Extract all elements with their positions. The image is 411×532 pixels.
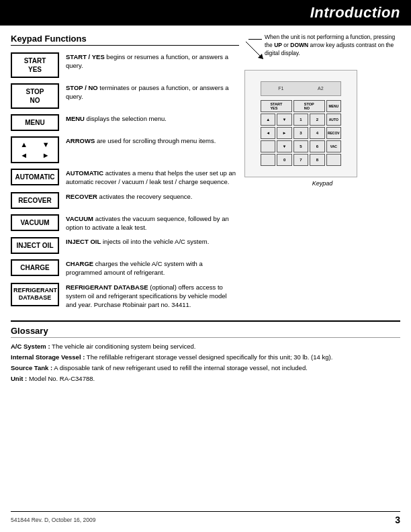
- footer-revision-text: 541844 Rev. D, October 16, 2009: [11, 517, 95, 523]
- list-item: CHARGE CHARGE charges the vehicle A/C sy…: [11, 259, 239, 277]
- automatic-desc: AUTOMATIC activates a menu that helps th…: [66, 169, 239, 187]
- kp-vac-key: VAC: [326, 140, 341, 152]
- charge-desc: CHARGE charges the vehicle A/C system wi…: [66, 259, 239, 277]
- list-item: START YES START / YES begins or resumes …: [11, 52, 239, 78]
- keypad-functions-section: Keypad Functions START YES START / YES b…: [11, 34, 239, 315]
- recover-desc: RECOVER activates the recovery sequence.: [66, 192, 239, 201]
- inject-oil-button[interactable]: INJECT OIL: [11, 237, 59, 254]
- menu-desc: MENU displays the selection menu.: [66, 114, 239, 123]
- glossary-item: Internal Storage Vessel : The refillable…: [11, 353, 400, 362]
- keypad-inner: F1 A2 STARTYES STOPNO MENU ▲ ▼ 1 2 AUTO …: [245, 71, 357, 177]
- list-item: MENU MENU displays the selection menu.: [11, 114, 239, 131]
- kp-right-key: ►: [277, 127, 291, 139]
- page-number: 3: [395, 515, 400, 525]
- list-item: RECOVER RECOVER activates the recovery s…: [11, 192, 239, 209]
- stop-no-button[interactable]: STOP NO: [11, 83, 59, 109]
- start-yes-button[interactable]: START YES: [11, 52, 59, 78]
- kp-7-key: 7: [293, 154, 308, 166]
- kp-3-key: 3: [293, 127, 308, 139]
- recover-button[interactable]: RECOVER: [11, 192, 59, 209]
- kp-1-key: 1: [293, 114, 308, 126]
- arrows-button[interactable]: ▲ ▼ ◄ ►: [11, 136, 59, 163]
- kp-stop-key: STOPNO: [293, 100, 325, 112]
- list-item: STOP NO STOP / NO terminates or pauses a…: [11, 83, 239, 109]
- refrigerant-database-desc: REFRIGERANT DATABASE (optional) offers a…: [66, 283, 239, 310]
- glossary-item: Source Tank : A disposable tank of new r…: [11, 363, 400, 373]
- kp-auto-key: AUTO: [326, 114, 341, 126]
- vacuum-button[interactable]: VACUUM: [11, 214, 59, 231]
- main-content: Keypad Functions START YES START / YES b…: [0, 26, 411, 315]
- kp-up-key: ▲: [261, 114, 275, 126]
- kp-8-key: 8: [310, 154, 324, 166]
- glossary-item: A/C System : The vehicle air conditionin…: [11, 342, 400, 351]
- kp-downalt-key: ▼: [277, 140, 291, 152]
- list-item: AUTOMATIC AUTOMATIC activates a menu tha…: [11, 169, 239, 187]
- page-header: Introduction: [0, 0, 411, 26]
- right-arrow-icon: ►: [36, 150, 57, 161]
- inject-oil-desc: INJECT OIL injects oil into the vehicle …: [66, 237, 239, 246]
- glossary-item: Unit : Model No. RA-C34788.: [11, 374, 400, 384]
- up-arrow-icon: ▲: [13, 139, 35, 150]
- arrows-desc: ARROWS are used for scrolling through me…: [66, 136, 239, 145]
- header-title: Introduction: [310, 4, 400, 21]
- kp-6-key: 6: [310, 140, 324, 152]
- list-item: ▲ ▼ ◄ ► ARROWS are used for scrolling th…: [11, 136, 239, 163]
- glossary-section: Glossary A/C System : The vehicle air co…: [11, 320, 400, 384]
- contrast-note: When the unit is not performing a functi…: [265, 34, 400, 58]
- menu-button[interactable]: MENU: [11, 114, 59, 131]
- glossary-title: Glossary: [11, 326, 400, 338]
- kp-blank3-key: [326, 154, 341, 166]
- refrigerant-database-button[interactable]: REFRIGERANT DATABASE: [11, 283, 59, 306]
- kp-5-key: 5: [293, 140, 308, 152]
- page-footer: 541844 Rev. D, October 16, 2009 3: [11, 511, 400, 525]
- start-yes-desc: START / YES begins or resumes a function…: [66, 52, 239, 71]
- kp-2-key: 2: [310, 114, 324, 126]
- down-arrow-icon: ▼: [36, 139, 57, 150]
- stop-no-desc: STOP / NO terminates or pauses a functio…: [66, 83, 239, 101]
- kp-0-key: 0: [277, 154, 291, 166]
- keypad-functions-title: Keypad Functions: [11, 34, 239, 46]
- kp-recov-key: RECOV: [326, 127, 341, 139]
- charge-button[interactable]: CHARGE: [11, 259, 59, 276]
- keypad-grid: STARTYES STOPNO MENU ▲ ▼ 1 2 AUTO ◄ ► 3 …: [261, 100, 341, 166]
- list-item: INJECT OIL INJECT OIL injects oil into t…: [11, 237, 239, 254]
- vacuum-desc: VACUUM activates the vacuum sequence, fo…: [66, 214, 239, 232]
- automatic-button[interactable]: AUTOMATIC: [11, 169, 59, 185]
- kp-down-key: ▼: [277, 114, 291, 126]
- left-arrow-icon: ◄: [13, 150, 35, 161]
- list-item: VACUUM VACUUM activates the vacuum seque…: [11, 214, 239, 232]
- keypad-image: F1 A2 STARTYES STOPNO MENU ▲ ▼ 1 2 AUTO …: [244, 70, 357, 177]
- list-item: REFRIGERANT DATABASE REFRIGERANT DATABAS…: [11, 283, 239, 310]
- kp-blank2-key: [261, 154, 275, 166]
- kp-4-key: 4: [310, 127, 324, 139]
- keypad-image-label: Keypad: [244, 180, 400, 187]
- kp-blank-key: [261, 140, 275, 152]
- keypad-display: F1 A2: [261, 81, 341, 96]
- right-column: When the unit is not performing a functi…: [239, 34, 400, 315]
- kp-menu-key: MENU: [326, 100, 341, 112]
- note-arrow-icon: [244, 40, 265, 60]
- kp-left-key: ◄: [261, 127, 275, 139]
- kp-start-key: STARTYES: [261, 100, 292, 112]
